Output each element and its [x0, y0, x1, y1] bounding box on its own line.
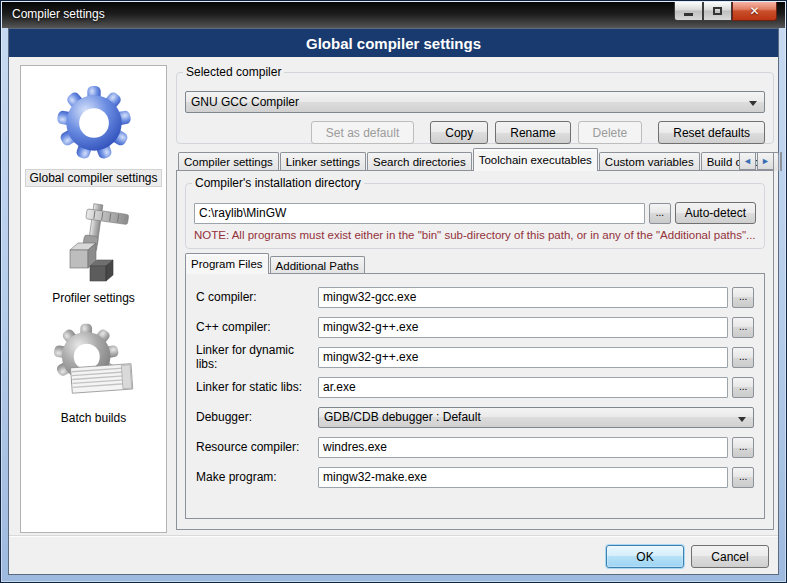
- set-as-default-button: Set as default: [311, 121, 414, 144]
- linker-for-dynamic-libs-input[interactable]: [318, 347, 728, 368]
- tab-compiler-settings[interactable]: Compiler settings: [178, 152, 279, 171]
- program-files-tabstrip: Program FilesAdditional Paths: [185, 253, 366, 274]
- sidebar-item-label: Global compiler settings: [26, 170, 160, 186]
- compiler-settings-window: Compiler settings ✕ Global compiler sett…: [0, 0, 787, 583]
- settings-tabstrip: Compiler settingsLinker settingsSearch d…: [176, 148, 774, 171]
- tab-search-directories[interactable]: Search directories: [367, 152, 472, 171]
- toolchain-executables-page: Compiler's installation directory ... Au…: [176, 170, 774, 530]
- field-label: Debugger:: [196, 410, 318, 424]
- copy-button[interactable]: Copy: [430, 121, 488, 144]
- c-compiler-browse-button[interactable]: ...: [732, 287, 754, 308]
- install-dir-group: Compiler's installation directory ... Au…: [185, 176, 765, 249]
- footer-divider: [9, 535, 778, 537]
- field-label: Resource compiler:: [196, 440, 318, 454]
- tab-scroll-left-button[interactable]: ◄: [739, 152, 756, 170]
- tab-custom-variables[interactable]: Custom variables: [599, 152, 700, 171]
- sidebar-item-label: Batch builds: [58, 410, 129, 426]
- compiler-select[interactable]: GNU GCC Compiler: [185, 91, 765, 113]
- tab-linker-settings[interactable]: Linker settings: [280, 152, 366, 171]
- field-row-linker-for-static-libs: Linker for static libs:...: [196, 376, 754, 398]
- make-program-input[interactable]: [318, 467, 728, 488]
- field-label: C compiler:: [196, 290, 318, 304]
- sidebar-item-batch-builds[interactable]: Batch builds: [21, 320, 166, 426]
- dialog-footer: OK Cancel: [599, 545, 769, 568]
- field-label: Linker for dynamic libs:: [196, 343, 318, 371]
- compiler-select-value: GNU GCC Compiler: [191, 95, 299, 109]
- selected-compiler-group: Selected compiler GNU GCC Compiler Set a…: [176, 65, 774, 144]
- field-row-c-compiler: C compiler:...: [196, 286, 754, 308]
- linker-for-static-libs-input[interactable]: [318, 377, 728, 398]
- linker-for-dynamic-libs-browse-button[interactable]: ...: [732, 347, 754, 368]
- titlebar: Compiler settings ✕: [2, 2, 785, 28]
- rename-button[interactable]: Rename: [495, 121, 570, 144]
- bin-path-note: NOTE: All programs must exist either in …: [194, 229, 756, 241]
- field-label: C++ compiler:: [196, 320, 318, 334]
- blue-gear-icon: [53, 80, 135, 166]
- make-program-browse-button[interactable]: ...: [732, 467, 754, 488]
- install-dir-browse-button[interactable]: ...: [649, 203, 671, 224]
- program-files-page: C compiler:...C++ compiler:...Linker for…: [185, 273, 765, 519]
- field-label: Linker for static libs:: [196, 380, 318, 394]
- page-header: Global compiler settings: [9, 29, 778, 57]
- maximize-icon: [713, 7, 722, 15]
- tab-partial[interactable]: [780, 152, 782, 171]
- tab-scroll-right-button[interactable]: ►: [757, 152, 774, 170]
- page-title: Global compiler settings: [306, 35, 481, 52]
- c-compiler-browse-button[interactable]: ...: [732, 317, 754, 338]
- c-compiler-input[interactable]: [318, 317, 728, 338]
- field-row-c-compiler: C++ compiler:...: [196, 316, 754, 338]
- delete-button: Delete: [578, 121, 643, 144]
- install-dir-input[interactable]: [194, 203, 645, 224]
- field-row-linker-for-dynamic-libs: Linker for dynamic libs:...: [196, 346, 754, 368]
- linker-for-static-libs-browse-button[interactable]: ...: [732, 377, 754, 398]
- reset-defaults-button[interactable]: Reset defaults: [658, 121, 765, 144]
- field-row-resource-compiler: Resource compiler:...: [196, 436, 754, 458]
- autodetect-button[interactable]: Auto-detect: [675, 202, 756, 224]
- tab-toolchain-executables[interactable]: Toolchain executables: [473, 148, 598, 171]
- subtab-program-files[interactable]: Program Files: [185, 253, 269, 274]
- gear-stack-icon: [51, 320, 137, 406]
- sidebar-item-profiler-settings[interactable]: Profiler settings: [21, 200, 166, 306]
- settings-category-sidebar: Global compiler settings: [20, 65, 167, 533]
- close-icon: ✕: [749, 4, 759, 18]
- chevron-down-icon: [749, 101, 757, 106]
- ok-button[interactable]: OK: [606, 545, 684, 568]
- caliper-icon: [54, 200, 134, 286]
- minimize-icon: [684, 13, 693, 16]
- minimize-button[interactable]: [674, 2, 703, 21]
- install-dir-group-label: Compiler's installation directory: [192, 176, 364, 190]
- chevron-down-icon: [738, 417, 746, 422]
- cancel-button[interactable]: Cancel: [691, 545, 769, 568]
- sidebar-item-label: Profiler settings: [49, 290, 138, 306]
- subtab-additional-paths[interactable]: Additional Paths: [270, 256, 365, 274]
- field-label: Make program:: [196, 470, 318, 484]
- resource-compiler-browse-button[interactable]: ...: [732, 437, 754, 458]
- main-panel: Selected compiler GNU GCC Compiler Set a…: [176, 65, 774, 535]
- field-row-make-program: Make program:...: [196, 466, 754, 488]
- selected-compiler-group-label: Selected compiler: [183, 65, 284, 79]
- compiler-actions: Set as defaultCopyRenameDeleteReset defa…: [304, 121, 765, 144]
- resource-compiler-input[interactable]: [318, 437, 728, 458]
- sidebar-item-global-compiler-settings[interactable]: Global compiler settings: [21, 80, 166, 186]
- close-button[interactable]: ✕: [732, 2, 777, 21]
- debugger-select[interactable]: GDB/CDB debugger : Default: [318, 407, 754, 428]
- c-compiler-input[interactable]: [318, 287, 728, 308]
- dialog-client-area: Global compiler settings: [8, 28, 779, 575]
- maximize-button[interactable]: [703, 2, 732, 21]
- window-title: Compiler settings: [12, 7, 105, 21]
- select-value: GDB/CDB debugger : Default: [324, 410, 481, 424]
- field-row-debugger: Debugger:GDB/CDB debugger : Default: [196, 406, 754, 428]
